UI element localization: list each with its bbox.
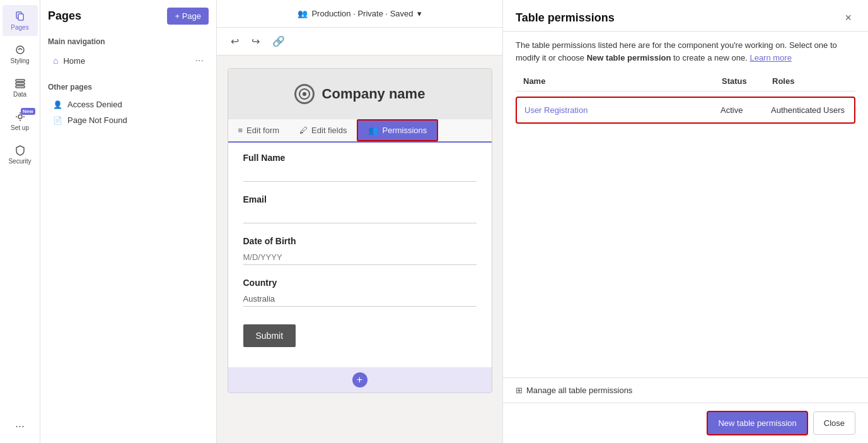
page-not-found-label: Page Not Found bbox=[67, 115, 127, 125]
main-canvas: 👥 Production · Private · Saved ▾ ↩ ↪ 🔗 C… bbox=[217, 0, 502, 443]
col-name: Name bbox=[523, 76, 722, 86]
form-field-email: Email bbox=[243, 194, 477, 223]
sidebar-security-label: Security bbox=[8, 158, 31, 165]
home-nav-item[interactable]: ⌂ Home ··· bbox=[48, 51, 209, 70]
svg-point-6 bbox=[18, 115, 22, 119]
email-input[interactable] bbox=[243, 208, 477, 223]
company-name: Company name bbox=[322, 86, 425, 102]
grid-icon: ⊞ bbox=[516, 386, 523, 395]
manage-link-label: Manage all table permissions bbox=[526, 386, 632, 395]
env-label[interactable]: 👥 Production · Private · Saved ▾ bbox=[298, 9, 421, 18]
other-pages-section: Other pages 👤 Access Denied 📄 Page Not F… bbox=[48, 80, 209, 128]
pages-icon bbox=[14, 10, 26, 23]
description-bold: New table permission bbox=[587, 53, 671, 62]
access-denied-label: Access Denied bbox=[67, 100, 122, 109]
add-section-bar: + bbox=[228, 367, 492, 393]
sidebar-item-security[interactable]: Security bbox=[3, 139, 38, 170]
home-nav-label: Home bbox=[63, 56, 85, 66]
manage-permissions-link[interactable]: ⊞ Manage all table permissions bbox=[516, 386, 855, 395]
table-header: Name Status Roles bbox=[516, 71, 855, 92]
panel-header: Table permissions × bbox=[503, 0, 868, 32]
top-bar: 👥 Production · Private · Saved ▾ bbox=[217, 0, 502, 28]
security-icon bbox=[14, 144, 26, 157]
env-text: Production · Private · Saved bbox=[311, 9, 413, 18]
permissions-table: Name Status Roles User Registration Acti… bbox=[503, 71, 868, 225]
perm-roles: Authenticated Users bbox=[771, 105, 847, 115]
permissions-label: Permissions bbox=[382, 126, 427, 135]
learn-more-link[interactable]: Learn more bbox=[749, 53, 791, 62]
permissions-icon: 👥 bbox=[368, 126, 378, 135]
panel-actions: New table permission Close bbox=[503, 403, 868, 443]
svg-point-2 bbox=[16, 46, 24, 54]
link-button[interactable]: 🔗 bbox=[269, 33, 289, 50]
list-item[interactable]: 📄 Page Not Found bbox=[48, 112, 209, 128]
add-page-button[interactable]: + Page bbox=[167, 8, 209, 25]
svg-rect-3 bbox=[16, 80, 25, 81]
toolbar: ↩ ↪ 🔗 bbox=[217, 28, 502, 56]
form-field-dob: Date of Birth bbox=[243, 236, 477, 265]
close-panel-button[interactable]: × bbox=[841, 10, 855, 26]
company-icon bbox=[294, 84, 315, 104]
panel-title: Table permissions bbox=[516, 11, 615, 25]
svg-rect-5 bbox=[16, 86, 25, 88]
edit-fields-label: Edit fields bbox=[311, 126, 347, 135]
fullname-input[interactable] bbox=[243, 167, 477, 182]
more-options[interactable]: ··· bbox=[15, 420, 25, 433]
sidebar-item-setup[interactable]: New Set up bbox=[3, 105, 38, 136]
sidebar-styling-label: Styling bbox=[10, 57, 29, 64]
form-field-country: Country bbox=[243, 278, 477, 307]
new-badge: New bbox=[21, 108, 35, 115]
form-field-fullname: Full Name bbox=[243, 153, 477, 182]
person-icon: 👤 bbox=[53, 100, 62, 109]
description-end: to create a new one. bbox=[671, 53, 747, 62]
new-table-permission-button[interactable]: New table permission bbox=[707, 411, 807, 435]
sidebar-pages-label: Pages bbox=[11, 24, 28, 31]
dob-input[interactable] bbox=[243, 250, 477, 265]
page-icon: 📄 bbox=[53, 116, 62, 125]
submit-button[interactable]: Submit bbox=[243, 324, 296, 347]
panel-description: The table permissions listed here are fo… bbox=[503, 32, 868, 71]
edit-fields-icon: 🖊 bbox=[299, 126, 308, 135]
pages-title: Pages bbox=[48, 9, 81, 23]
redo-button[interactable]: ↪ bbox=[248, 33, 263, 50]
list-item[interactable]: 👤 Access Denied bbox=[48, 97, 209, 112]
data-icon bbox=[14, 77, 26, 90]
form-body: Full Name Email Date of Birth Country Su… bbox=[228, 143, 492, 362]
table-row[interactable]: User Registration Active Authenticated U… bbox=[516, 97, 855, 124]
close-button[interactable]: Close bbox=[813, 411, 855, 435]
company-header: Company name bbox=[228, 69, 492, 119]
tab-edit-form[interactable]: ≡ Edit form bbox=[228, 119, 290, 141]
dob-label: Date of Birth bbox=[243, 236, 477, 246]
tab-edit-fields[interactable]: 🖊 Edit fields bbox=[289, 119, 357, 141]
fullname-label: Full Name bbox=[243, 153, 477, 163]
home-nav-dots[interactable]: ··· bbox=[195, 55, 204, 66]
perm-status: Active bbox=[720, 105, 771, 115]
people-icon: 👥 bbox=[298, 9, 308, 18]
edit-form-label: Edit form bbox=[246, 126, 279, 135]
form-tabs: ≡ Edit form 🖊 Edit fields 👥 Permissions bbox=[228, 119, 492, 143]
form-canvas: Company name ≡ Edit form 🖊 Edit fields 👥… bbox=[228, 68, 492, 393]
svg-rect-1 bbox=[18, 14, 23, 20]
pages-header: Pages + Page bbox=[48, 8, 209, 25]
sidebar-item-styling[interactable]: Styling bbox=[3, 38, 38, 69]
col-roles: Roles bbox=[772, 76, 848, 86]
other-pages-label: Other pages bbox=[48, 83, 209, 92]
sidebar-item-pages[interactable]: Pages bbox=[3, 5, 38, 36]
undo-button[interactable]: ↩ bbox=[227, 33, 243, 50]
perm-name[interactable]: User Registration bbox=[524, 105, 720, 115]
svg-rect-4 bbox=[16, 83, 25, 85]
col-status: Status bbox=[722, 76, 772, 86]
svg-point-8 bbox=[303, 92, 306, 96]
sidebar-setup-label: Set up bbox=[11, 124, 29, 131]
canvas-content: Company name ≡ Edit form 🖊 Edit fields 👥… bbox=[217, 56, 502, 443]
sidebar-item-data[interactable]: Data bbox=[3, 72, 38, 103]
main-nav-label: Main navigation bbox=[48, 37, 209, 46]
left-sidebar: Pages Styling Data New Set up bbox=[0, 0, 40, 443]
tab-permissions[interactable]: 👥 Permissions bbox=[357, 119, 438, 141]
sidebar-data-label: Data bbox=[13, 91, 26, 98]
table-permissions-panel: Table permissions × The table permission… bbox=[502, 0, 868, 443]
add-section-button[interactable]: + bbox=[352, 372, 367, 387]
chevron-down-icon: ▾ bbox=[417, 9, 422, 18]
styling-icon bbox=[14, 44, 26, 56]
country-input[interactable] bbox=[243, 292, 477, 307]
